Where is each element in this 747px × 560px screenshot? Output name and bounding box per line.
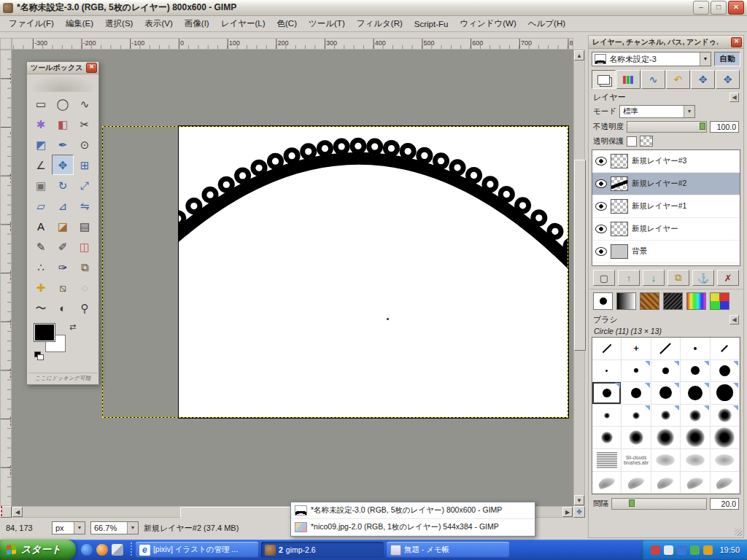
unit-combo[interactable]: px ▼ [52, 521, 85, 534]
image-select-combo[interactable]: 名称未設定-3 ▼ [592, 52, 711, 66]
start-button[interactable]: スタート [0, 540, 76, 560]
menu-item-3[interactable]: 表示(V) [139, 16, 178, 31]
visibility-eye-icon[interactable] [595, 202, 607, 211]
scroll-right-arrow-icon[interactable]: ▶ [562, 507, 573, 517]
tray-av-icon[interactable] [651, 545, 660, 555]
ruler-origin-box[interactable] [0, 38, 12, 50]
undo-history-tab[interactable]: ↶ [666, 70, 690, 89]
tool-select-by-color[interactable]: ◧ [52, 114, 74, 134]
menu-item-2[interactable]: 選択(S) [99, 16, 139, 31]
menu-item-6[interactable]: 色(C) [271, 16, 303, 31]
tool-paintbrush[interactable]: ✐ [52, 236, 74, 257]
vertical-scroll-thumb[interactable] [574, 160, 586, 351]
quick-mask-toggle[interactable] [0, 506, 12, 518]
brush-cell-11[interactable] [622, 382, 651, 405]
tool-ellipse-select[interactable]: ◯ [52, 93, 74, 114]
resize-grip[interactable] [735, 529, 742, 536]
brush-cell-22[interactable] [651, 427, 681, 449]
lower-layer-button[interactable]: ↓ [643, 270, 665, 286]
tool-color-picker[interactable]: ⊙ [74, 134, 96, 155]
pointer-tab[interactable]: ✥ [691, 70, 715, 89]
brush-cell-28[interactable] [681, 449, 710, 472]
raise-layer-button[interactable]: ↑ [618, 270, 640, 286]
brush-cell-18[interactable] [681, 405, 710, 427]
tool-foreground-select[interactable]: ◩ [30, 134, 52, 155]
auto-follow-button[interactable]: 自動 [714, 52, 740, 66]
tool-fuzzy-select[interactable]: ✱ [30, 114, 52, 134]
tool-zoom[interactable]: ⚲ [74, 298, 96, 318]
brush-cell-7[interactable] [651, 360, 681, 383]
layer-row-4[interactable]: 背景 [592, 241, 740, 263]
scroll-up-arrow-icon[interactable]: ▲ [574, 50, 584, 61]
vertical-scrollbar[interactable]: ▲ ▼ [573, 50, 585, 506]
quicklaunch-media-icon[interactable] [96, 544, 108, 556]
task-notepad-button[interactable]: 無題 - メモ帳 [387, 542, 509, 558]
tool-blur-sharpen[interactable]: ◌ [74, 277, 96, 298]
minimize-button[interactable]: – [693, 1, 709, 15]
tool-dodge-burn[interactable]: ◐ [52, 298, 74, 318]
brush-cell-0[interactable] [592, 338, 622, 360]
brush-cell-34[interactable] [711, 472, 740, 494]
swap-colors-icon[interactable]: ⇄ [69, 322, 76, 332]
tool-scale[interactable]: ⤢ [74, 175, 96, 195]
brush-cell-9[interactable] [711, 360, 740, 383]
tool-perspective-clone[interactable]: ⧅ [52, 277, 74, 298]
menu-item-1[interactable]: 編集(E) [60, 16, 99, 31]
brush-cell-13[interactable] [681, 382, 710, 405]
brush-cell-30[interactable] [592, 472, 622, 494]
spacing-value[interactable]: 20.0 [710, 498, 739, 510]
menu-item-10[interactable]: ウィンドウ(W) [454, 16, 522, 31]
navigation-tab[interactable]: ✥ [716, 70, 740, 89]
tool-blend[interactable]: ▤ [74, 216, 96, 236]
default-colors-icon[interactable] [34, 351, 44, 359]
tool-paths[interactable]: ✒ [52, 134, 74, 155]
tool-free-select[interactable]: ∿ [74, 93, 96, 114]
brush-cell-24[interactable] [711, 427, 740, 449]
lock-alpha-checkbox[interactable] [627, 136, 637, 147]
rainbow-gradient-swatch[interactable] [686, 292, 706, 310]
tool-perspective[interactable]: ⊿ [52, 195, 74, 216]
brush-cell-5[interactable] [592, 360, 622, 383]
layers-tab[interactable] [592, 70, 616, 89]
dock-close-icon[interactable]: ✕ [731, 37, 742, 47]
anchor-layer-button[interactable]: ⚓ [692, 270, 714, 286]
tool-ink[interactable]: ✑ [52, 257, 74, 277]
paths-tab[interactable]: ∿ [641, 70, 665, 89]
brush-cell-12[interactable] [651, 382, 681, 405]
brush-cell-15[interactable] [592, 405, 622, 427]
tool-crop[interactable]: ▣ [30, 175, 52, 195]
tool-scissors-select[interactable]: ✂ [74, 114, 96, 134]
brush-cell-8[interactable] [681, 360, 710, 383]
tool-shear[interactable]: ▱ [30, 195, 52, 216]
tool-text[interactable]: A [30, 216, 52, 236]
opacity-slider[interactable] [627, 121, 707, 133]
palette-swatch[interactable] [710, 292, 729, 310]
brush-cell-10[interactable] [592, 382, 622, 405]
toolbox-window[interactable]: ツールボックス ✕ ▭◯∿✱◧✂◩✒⊙∠✥⊞▣↻⤢▱⊿⇋A◪▤✎✐◫∴✑⧉✚⧅◌… [26, 61, 99, 385]
tool-smudge[interactable]: 〜 [30, 298, 52, 318]
zoom-combo[interactable]: 66.7% ▼ [90, 521, 139, 534]
chevron-down-icon[interactable]: ▼ [700, 52, 711, 66]
gradient-swatch[interactable] [616, 292, 636, 310]
spacing-slider[interactable] [611, 498, 707, 510]
layer-row-1[interactable]: 新規レイヤー#2 [592, 173, 740, 195]
brush-cell-3[interactable] [681, 338, 710, 360]
layer-row-3[interactable]: 新規レイヤー [592, 218, 740, 241]
close-button[interactable]: ✕ [728, 1, 744, 15]
tool-heal[interactable]: ✚ [30, 277, 52, 298]
brush-cell-16[interactable] [622, 405, 651, 427]
visibility-eye-icon[interactable] [595, 179, 607, 188]
visibility-eye-icon[interactable] [595, 225, 607, 233]
brush-cell-32[interactable] [651, 472, 681, 494]
popup-item-nico09[interactable]: *nico09.jpg-2.0 (RGB, 1枚のレイヤー) 544x384 -… [291, 519, 535, 536]
tray-network-icon[interactable] [690, 545, 700, 555]
brush-cell-27[interactable] [651, 449, 681, 472]
brush-cell-23[interactable] [681, 427, 710, 449]
brush-cell-26[interactable]: Sli-clouds brushes.abr [622, 449, 651, 472]
menu-item-5[interactable]: レイヤー(L) [215, 16, 271, 31]
maximize-button[interactable]: □ [711, 1, 727, 15]
scroll-left-arrow-icon[interactable]: ◀ [12, 507, 23, 517]
channels-tab[interactable] [616, 70, 640, 89]
chevron-down-icon[interactable]: ▼ [127, 522, 138, 534]
tray-ime-icon[interactable] [664, 545, 673, 555]
